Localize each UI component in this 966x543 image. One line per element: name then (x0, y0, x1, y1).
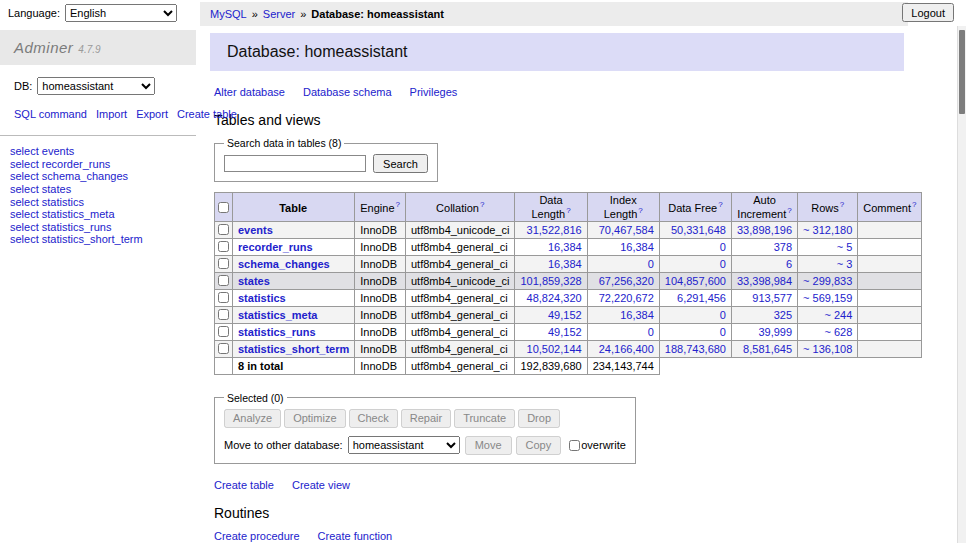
database-nav-link[interactable]: Alter database (214, 86, 285, 98)
row-select-checkbox[interactable] (218, 241, 229, 252)
auto-increment-link[interactable]: 325 (774, 309, 792, 321)
vertical-scrollbar[interactable] (957, 26, 966, 543)
data-free-link[interactable]: 0 (720, 258, 726, 270)
move-button[interactable]: Move (465, 436, 512, 455)
sidebar-table-link[interactable]: select schema_changes (10, 170, 186, 183)
row-select-checkbox[interactable] (218, 275, 229, 286)
index-length-link[interactable]: 67,256,320 (599, 275, 654, 287)
column-help-link[interactable]: ? (638, 206, 642, 215)
auto-increment-link[interactable]: 33,398,984 (737, 275, 792, 287)
data-length-link[interactable]: 16,384 (548, 241, 582, 253)
column-help-link[interactable]: ? (912, 200, 916, 209)
auto-increment-link[interactable]: 913,577 (752, 292, 792, 304)
data-free-link[interactable]: 50,331,648 (671, 224, 726, 236)
sidebar-table-link[interactable]: select statistics_meta (10, 208, 186, 221)
column-help-link[interactable]: ? (396, 200, 400, 209)
table-name-link[interactable]: states (238, 275, 270, 287)
selected-action-button[interactable]: Optimize (284, 409, 345, 428)
rows-count-link[interactable]: ~ 244 (824, 309, 852, 321)
sidebar-table-link[interactable]: select states (10, 183, 186, 196)
data-free-link[interactable]: 6,291,456 (677, 292, 726, 304)
column-help-link[interactable]: ? (566, 206, 570, 215)
db-select[interactable]: homeassistant (37, 77, 155, 95)
column-help-link[interactable]: ? (480, 200, 484, 209)
overwrite-checkbox[interactable] (569, 440, 580, 451)
table-name-link[interactable]: events (238, 224, 273, 236)
table-name-link[interactable]: statistics (238, 292, 286, 304)
index-length-link[interactable]: 70,467,584 (599, 224, 654, 236)
row-select-checkbox[interactable] (218, 292, 229, 303)
data-free-link[interactable]: 0 (720, 326, 726, 338)
rows-count-link[interactable]: ~ 628 (824, 326, 852, 338)
logout-button[interactable]: Logout (902, 3, 954, 22)
rows-count-link[interactable]: ~ 299,833 (803, 275, 852, 287)
create-link[interactable]: Create table (214, 479, 274, 491)
data-free-link[interactable]: 0 (720, 241, 726, 253)
selected-action-button[interactable]: Check (349, 409, 398, 428)
database-nav-link[interactable]: Privileges (410, 86, 458, 98)
sidebar-table-link[interactable]: select events (10, 145, 186, 158)
copy-button[interactable]: Copy (516, 436, 562, 455)
sidebar-table-link[interactable]: select statistics (10, 196, 186, 209)
data-free-link[interactable]: 0 (720, 309, 726, 321)
index-length-link[interactable]: 24,166,400 (599, 343, 654, 355)
selected-action-button[interactable]: Drop (518, 409, 560, 428)
selected-action-button[interactable]: Repair (401, 409, 451, 428)
auto-increment-link[interactable]: 8,581,645 (743, 343, 792, 355)
breadcrumb-link-server[interactable]: Server (263, 8, 295, 20)
data-length-link[interactable]: 101,859,328 (520, 275, 581, 287)
sidebar-table-link[interactable]: select statistics_runs (10, 221, 186, 234)
rows-count-link[interactable]: ~ 569,159 (803, 292, 852, 304)
rows-count-link[interactable]: ~ 3 (837, 258, 853, 270)
sidebar-action-link[interactable]: SQL command (14, 108, 87, 120)
data-length-link[interactable]: 49,152 (548, 309, 582, 321)
sidebar-table-link[interactable]: select statistics_short_term (10, 233, 186, 246)
row-select-checkbox[interactable] (218, 343, 229, 354)
data-length-link[interactable]: 31,522,816 (527, 224, 582, 236)
routine-create-link[interactable]: Create procedure (214, 530, 300, 542)
table-name-link[interactable]: statistics_runs (238, 326, 316, 338)
search-input[interactable] (224, 155, 366, 172)
data-free-link[interactable]: 104,857,600 (665, 275, 726, 287)
table-name-link[interactable]: recorder_runs (238, 241, 313, 253)
data-length-link[interactable]: 16,384 (548, 258, 582, 270)
auto-increment-link[interactable]: 39,999 (758, 326, 792, 338)
breadcrumb-link-mysql[interactable]: MySQL (210, 8, 247, 20)
table-name-link[interactable]: statistics_meta (238, 309, 318, 321)
row-select-checkbox[interactable] (218, 258, 229, 269)
data-free-link[interactable]: 188,743,680 (665, 343, 726, 355)
rows-count-link[interactable]: ~ 312,180 (803, 224, 852, 236)
data-length-link[interactable]: 10,502,144 (527, 343, 582, 355)
auto-increment-link[interactable]: 33,898,196 (737, 224, 792, 236)
index-length-link[interactable]: 0 (648, 326, 654, 338)
sidebar-action-link[interactable]: Import (96, 108, 127, 120)
database-nav-link[interactable]: Database schema (303, 86, 392, 98)
sidebar-action-link[interactable]: Export (136, 108, 168, 120)
column-help-link[interactable]: ? (840, 200, 844, 209)
language-select[interactable]: English (65, 4, 177, 22)
search-button[interactable]: Search (373, 154, 428, 173)
table-name-link[interactable]: statistics_short_term (238, 343, 349, 355)
routine-create-link[interactable]: Create function (318, 530, 393, 542)
auto-increment-link[interactable]: 6 (786, 258, 792, 270)
rows-count-link[interactable]: ~ 136,108 (803, 343, 852, 355)
table-name-link[interactable]: schema_changes (238, 258, 330, 270)
selected-action-button[interactable]: Truncate (454, 409, 515, 428)
auto-increment-link[interactable]: 378 (774, 241, 792, 253)
scrollbar-thumb[interactable] (959, 30, 965, 114)
row-select-checkbox[interactable] (218, 224, 229, 235)
move-db-select[interactable]: homeassistant (348, 436, 460, 454)
index-length-link[interactable]: 72,220,672 (599, 292, 654, 304)
index-length-link[interactable]: 16,384 (620, 241, 654, 253)
index-length-link[interactable]: 16,384 (620, 309, 654, 321)
data-length-link[interactable]: 49,152 (548, 326, 582, 338)
sidebar-table-link[interactable]: select recorder_runs (10, 158, 186, 171)
selected-action-button[interactable]: Analyze (224, 409, 281, 428)
create-link[interactable]: Create view (292, 479, 350, 491)
row-select-checkbox[interactable] (218, 309, 229, 320)
data-length-link[interactable]: 48,824,320 (527, 292, 582, 304)
column-help-link[interactable]: ? (787, 206, 791, 215)
rows-count-link[interactable]: ~ 5 (837, 241, 853, 253)
row-select-checkbox[interactable] (218, 326, 229, 337)
index-length-link[interactable]: 0 (648, 258, 654, 270)
